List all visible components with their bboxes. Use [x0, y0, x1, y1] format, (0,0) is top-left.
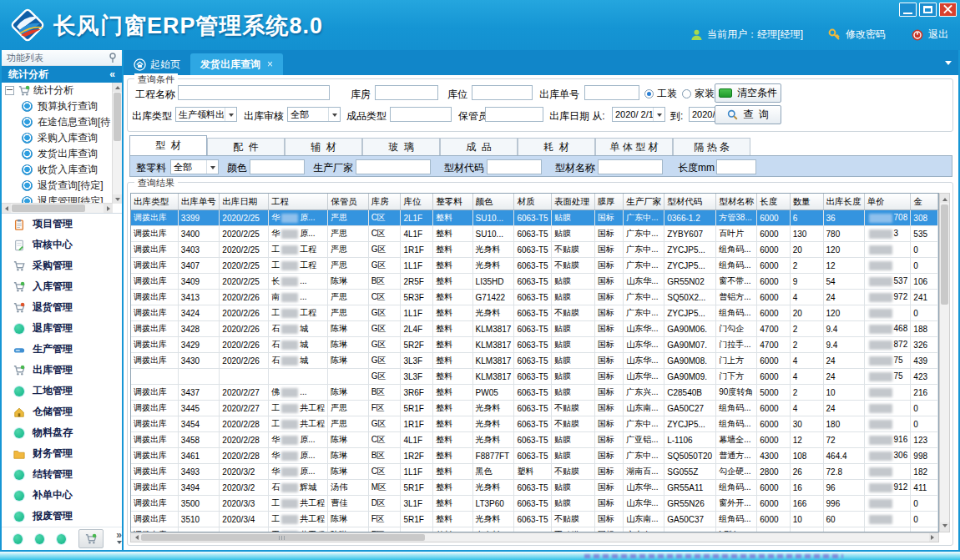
manufacturer-input[interactable] — [356, 159, 431, 174]
collapse-panel-icon[interactable]: « — [109, 68, 115, 80]
date-from-picker[interactable]: 2020/ 2/16 — [612, 107, 665, 122]
change-password-button[interactable]: 修改密码 — [828, 28, 886, 42]
tree-item[interactable]: 收货入库查询 — [2, 162, 122, 178]
column-header[interactable]: 工程 — [269, 194, 328, 210]
material-tab[interactable]: 玻 璃 — [362, 138, 440, 155]
material-tab[interactable]: 型 材 — [129, 135, 207, 155]
sidebar-menu-item[interactable]: 物料盘存 — [2, 422, 122, 443]
whole-part-select[interactable]: 全部 — [170, 159, 219, 174]
table-row[interactable]: 调拨出库34132020/2/26南...严思C区5R3F整料G71422606… — [131, 290, 938, 305]
pin-icon[interactable] — [109, 53, 117, 63]
sidebar-menu-item[interactable]: 采购管理 — [2, 255, 122, 276]
column-header[interactable]: 生产厂家 — [624, 194, 664, 210]
outbound-audit-select[interactable]: 全部 — [287, 107, 341, 122]
column-header[interactable]: 数量 — [790, 194, 823, 210]
material-tab[interactable]: 耗 材 — [518, 138, 595, 155]
column-header[interactable]: 整零料 — [433, 194, 472, 210]
sidebar-menu-item[interactable]: 审核中心 — [2, 235, 122, 255]
table-row[interactable]: 调拨出库35102020/3/4工共工程陈琳F区5R1F整料光身料6063-T5… — [131, 512, 938, 527]
table-row[interactable]: 调拨出库34002020/2/25华原...严思C区4L1F整料SU10...6… — [131, 226, 938, 242]
table-row[interactable]: 调拨出库34372020/2/27佛...陈琳B区3R6F整料PW056063-… — [131, 385, 938, 401]
table-row[interactable]: 调拨出库34072020/2/25工工程严思G区1L1F整料光身料6063-T5… — [131, 258, 938, 274]
table-row[interactable]: G区3L3F整料KLM38176063-T5贴膜国标山东华...GA90M09.… — [131, 369, 938, 385]
column-header[interactable]: 型材名称 — [716, 194, 757, 210]
table-row[interactable]: 调拨出库35002020/3/3工共工程曹佳D区3L1F整料LT3P606063… — [131, 496, 938, 512]
material-tab[interactable]: 辅 材 — [285, 138, 362, 155]
column-header[interactable]: 颜色 — [472, 194, 514, 210]
keeper-input[interactable] — [485, 107, 543, 122]
tree-item[interactable]: 在途信息查询[待 — [2, 114, 122, 130]
sidebar-menu-item[interactable]: 退库管理 — [2, 318, 122, 339]
table-row[interactable]: 调拨出库33992020/2/25华原...严思C区2L1F整料SU10...6… — [131, 210, 938, 226]
table-row[interactable]: 调拨出库34932020/3/2华原...陈琳C区1L1F整料黑色塑料不贴膜国标… — [131, 464, 938, 480]
logout-button[interactable]: 退出 — [911, 28, 948, 42]
table-row[interactable]: 调拨出库34092020/2/25长...陈琳B区2R5F整料LI35HD606… — [131, 274, 938, 290]
column-header[interactable]: 长度 — [757, 194, 790, 210]
column-header[interactable]: 库位 — [401, 194, 433, 210]
toolbar-dot-icon[interactable] — [57, 534, 66, 544]
sidebar-menu-item[interactable]: 财务管理 — [2, 443, 122, 464]
column-header[interactable]: 出库日期 — [220, 194, 269, 210]
column-header[interactable]: 单价 — [864, 194, 911, 210]
column-header[interactable]: 型材代码 — [664, 194, 716, 210]
minimize-button[interactable] — [899, 3, 917, 17]
tree-horizontal-scrollbar[interactable] — [2, 203, 113, 213]
tree-item[interactable]: 预算执行查询 — [2, 98, 122, 114]
column-header[interactable]: 出库单号 — [178, 194, 220, 210]
radio-workwear[interactable]: 工装 — [644, 87, 677, 101]
sidebar-menu-item[interactable]: 生产管理 — [2, 339, 122, 360]
outbound-no-input[interactable] — [584, 85, 639, 100]
toolbar-dot-icon[interactable] — [35, 534, 44, 544]
column-header[interactable]: 金 — [911, 194, 938, 210]
table-row[interactable]: 调拨出库34612020/2/28华原...陈琳B区1R2F整料F8877FT6… — [131, 448, 938, 464]
table-vertical-scrollbar[interactable] — [939, 193, 950, 532]
sidebar-menu-item[interactable]: 报废管理 — [2, 506, 122, 527]
tree-item[interactable]: 采购入库查询 — [2, 130, 122, 146]
material-tab[interactable]: 成 品 — [440, 138, 518, 155]
close-button[interactable] — [939, 3, 957, 17]
material-tab[interactable]: 配 件 — [207, 138, 285, 155]
column-header[interactable]: 出库类型 — [131, 194, 178, 210]
tree-root-statistics[interactable]: 统计分析 — [2, 83, 122, 98]
sidebar-menu-item[interactable]: 项目管理 — [2, 214, 122, 235]
location-input[interactable] — [472, 85, 533, 100]
column-header[interactable]: 材质 — [514, 194, 552, 210]
table-row[interactable]: 调拨出库34282020/2/26石城陈琳G区2L4F整料KLM38176063… — [131, 321, 938, 337]
table-row[interactable]: 调拨出库34302020/2/26石城陈琳G区3L3F整料KLM38176063… — [131, 353, 938, 369]
tree-expander-icon[interactable] — [5, 86, 14, 95]
warehouse-input[interactable] — [375, 85, 438, 100]
tree-vertical-scrollbar[interactable] — [112, 83, 122, 204]
table-row[interactable]: 调拨出库34582020/2/28华原...陈琳C区4L1F整料光身料6063-… — [131, 432, 938, 448]
table-row[interactable]: 调拨出库34032020/2/25工工程严思G区1R1F整料光身料6063-T5… — [131, 242, 938, 258]
radio-homewear[interactable]: 家装 — [682, 87, 715, 101]
material-tab[interactable]: 单 体 型 材 — [595, 138, 673, 155]
table-row[interactable]: 调拨出库34542020/2/28工共工程严思G区1R1F整料光身料6063-T… — [131, 416, 938, 432]
sidebar-menu-item[interactable]: 退货管理 — [2, 297, 122, 318]
sidebar-menu-item[interactable]: 入库管理 — [2, 276, 122, 297]
column-header[interactable]: 膜厚 — [594, 194, 623, 210]
sidebar-menu-item[interactable]: 工地管理 — [2, 381, 122, 401]
tab-outbound-query[interactable]: 发货出库查询 × — [190, 53, 283, 75]
table-row[interactable]: 调拨出库34452020/2/27工共工程严思F区5R1F整料光身料6063-T… — [131, 401, 938, 416]
product-type-input[interactable] — [390, 107, 452, 122]
search-button[interactable]: 查 询 — [715, 105, 781, 124]
column-header[interactable]: 保管员 — [328, 194, 368, 210]
column-header[interactable]: 库房 — [368, 194, 401, 210]
column-header[interactable]: 表面处理 — [552, 194, 595, 210]
table-horizontal-scrollbar[interactable] — [130, 532, 939, 542]
sidebar-menu-item[interactable]: 补单中心 — [2, 485, 122, 506]
profile-name-input[interactable] — [598, 159, 663, 174]
table-row[interactable]: 调拨出库34292020/2/26石城陈琳G区5R2F整料KLM38176063… — [131, 337, 938, 353]
outbound-type-select[interactable]: 生产领料出库 — [175, 107, 237, 122]
table-row[interactable]: 调拨出库34942020/3/2石辉城汤伟M区5R1F整料光身料6063-T5贴… — [131, 480, 938, 496]
section-header-statistics[interactable]: 统计分析 « — [2, 66, 122, 83]
tab-home-page[interactable]: 起始页 — [124, 53, 190, 75]
column-header[interactable]: 出库长度 — [823, 194, 864, 210]
profile-code-input[interactable] — [487, 159, 542, 174]
project-name-input[interactable] — [178, 85, 330, 100]
maximize-button[interactable] — [919, 3, 937, 17]
sidebar-menu-item[interactable]: 仓储管理 — [2, 401, 122, 422]
sidebar-menu-item[interactable]: 结转管理 — [2, 464, 122, 485]
tree-item[interactable]: 退货查询[待定] — [2, 178, 122, 194]
color-input[interactable] — [250, 159, 305, 174]
